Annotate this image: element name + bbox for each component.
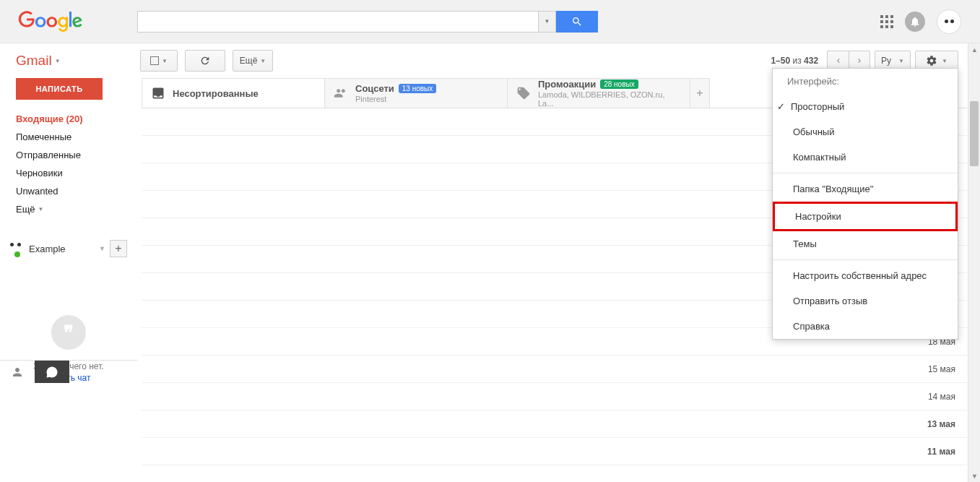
- sm-configure[interactable]: Настроить собственный адрес: [773, 263, 958, 288]
- email-row[interactable]: 15 мая: [142, 356, 967, 383]
- sidebar: НАПИСАТЬ Входящие (20) Помеченные Отправ…: [0, 78, 137, 383]
- search-input[interactable]: ▼: [137, 11, 556, 33]
- tag-icon: [516, 86, 531, 100]
- bottom-icons: [0, 360, 137, 383]
- tab-primary[interactable]: Несортированные: [142, 78, 325, 108]
- toolbar-buttons: ▼ Ещё▼: [140, 50, 273, 72]
- chevron-down-icon: ▼: [99, 245, 105, 252]
- email-row[interactable]: 13 мая: [142, 410, 967, 438]
- tab-promotions[interactable]: Промоакции28 новых Lamoda, WILDBERRIES, …: [507, 78, 690, 108]
- sidebar-item-drafts[interactable]: Черновики: [0, 164, 137, 182]
- sidebar-item-unwanted[interactable]: Unwanted: [0, 182, 137, 200]
- refresh-button[interactable]: [185, 50, 225, 72]
- google-logo[interactable]: [7, 11, 123, 33]
- sm-feedback[interactable]: Отправить отзыв: [773, 288, 958, 314]
- sidebar-item-starred[interactable]: Помеченные: [0, 128, 137, 146]
- hangouts-avatar-icon: [10, 241, 25, 256]
- inbox-icon: [151, 86, 165, 100]
- sidebar-item-more[interactable]: Ещё▼: [0, 200, 137, 218]
- sm-help[interactable]: Справка: [773, 314, 958, 339]
- email-date: 11 мая: [927, 447, 960, 457]
- tab-social[interactable]: Соцсети13 новых Pinterest: [324, 78, 508, 108]
- sm-divider: [773, 259, 958, 260]
- hangouts-icon: ❞: [51, 315, 86, 350]
- header-right: [880, 9, 973, 34]
- sm-inbox-folder[interactable]: Папка "Входящие": [773, 176, 958, 202]
- sm-density-comfortable[interactable]: Просторный: [773, 94, 958, 119]
- more-button[interactable]: Ещё▼: [233, 50, 273, 72]
- scroll-up-icon[interactable]: ▲: [968, 43, 980, 56]
- search-icon: [571, 16, 583, 27]
- page-count: 1–50 из 432: [771, 56, 818, 66]
- people-icon: [334, 86, 348, 100]
- tab-add-button[interactable]: +: [690, 78, 710, 108]
- person-icon[interactable]: [0, 361, 35, 383]
- sm-settings[interactable]: Настройки: [773, 202, 958, 231]
- select-all-button[interactable]: ▼: [140, 50, 178, 72]
- chevron-left-icon: [834, 56, 843, 65]
- apps-icon[interactable]: [880, 15, 893, 28]
- hangouts-tab-icon[interactable]: [35, 361, 69, 383]
- sm-themes[interactable]: Темы: [773, 231, 958, 257]
- email-date: 13 мая: [927, 419, 960, 429]
- avatar[interactable]: [937, 9, 961, 34]
- gmail-label[interactable]: Gmail▼: [7, 53, 130, 69]
- scroll-thumb[interactable]: [970, 101, 979, 166]
- notifications-icon[interactable]: [905, 12, 925, 32]
- chevron-right-icon: [855, 56, 864, 65]
- sm-heading: Интерфейс:: [773, 69, 958, 94]
- hangouts-user[interactable]: Example ▼ +: [10, 240, 127, 257]
- sm-density-normal[interactable]: Обычный: [773, 119, 958, 145]
- email-row[interactable]: 14 мая: [142, 383, 967, 410]
- sm-divider: [773, 173, 958, 173]
- scrollbar[interactable]: ▲ ▼: [968, 43, 980, 482]
- sidebar-links: Входящие (20) Помеченные Отправленные Че…: [0, 110, 137, 218]
- email-date: 15 мая: [928, 364, 960, 374]
- sm-density-compact[interactable]: Компактный: [773, 145, 958, 170]
- email-row[interactable]: 11 мая: [142, 438, 967, 465]
- search-button[interactable]: [556, 11, 598, 33]
- scroll-down-icon[interactable]: ▼: [968, 470, 980, 482]
- refresh-icon: [199, 55, 211, 66]
- search-container: ▼: [137, 11, 598, 33]
- header: ▼: [0, 0, 980, 43]
- settings-menu: Интерфейс: Просторный Обычный Компактный…: [772, 68, 958, 340]
- gear-icon: [926, 55, 937, 66]
- sidebar-item-inbox[interactable]: Входящие (20): [0, 110, 137, 128]
- compose-button[interactable]: НАПИСАТЬ: [16, 78, 103, 100]
- sidebar-item-sent[interactable]: Отправленные: [0, 146, 137, 164]
- hangouts-add-button[interactable]: +: [110, 240, 127, 257]
- email-date: 14 мая: [928, 392, 960, 402]
- search-dropdown-icon[interactable]: ▼: [538, 12, 555, 32]
